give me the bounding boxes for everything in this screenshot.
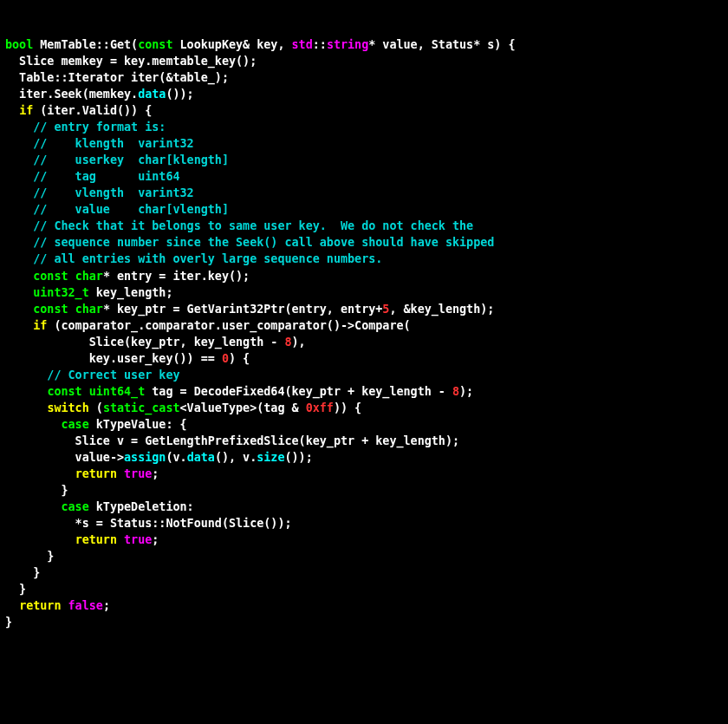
code-comment: // userkey char[klength] xyxy=(5,153,229,166)
code-comment: // sequence number since the Seek() call… xyxy=(5,236,494,249)
code-comment: // klength varint32 xyxy=(5,137,194,150)
code-line: uint32_t key_length; xyxy=(5,286,173,299)
code-line: const uint64_t tag = DecodeFixed64(key_p… xyxy=(5,385,473,398)
code-comment: // tag uint64 xyxy=(5,170,180,183)
code-line: switch (static_cast<ValueType>(tag & 0xf… xyxy=(5,401,361,414)
code-comment: // entry format is: xyxy=(5,121,166,134)
code-line: Slice(key_ptr, key_length - 8), xyxy=(5,336,306,349)
code-line: } xyxy=(5,550,54,563)
code-line: bool MemTable::Get(const LookupKey& key,… xyxy=(5,38,516,51)
code-comment: // vlength varint32 xyxy=(5,186,194,199)
code-comment: // Check that it belongs to same user ke… xyxy=(5,219,473,232)
code-line: const char* key_ptr = GetVarint32Ptr(ent… xyxy=(5,303,494,316)
code-line: const char* entry = iter.key(); xyxy=(5,270,250,283)
code-line: return true; xyxy=(5,467,159,480)
code-line: case kTypeDeletion: xyxy=(5,500,194,513)
code-line: return false; xyxy=(5,599,110,612)
code-line: Slice v = GetLengthPrefixedSlice(key_ptr… xyxy=(5,434,459,447)
code-line: value->assign(v.data(), v.size()); xyxy=(5,451,313,464)
code-comment: // all entries with overly large sequenc… xyxy=(5,252,382,265)
code-line: return true; xyxy=(5,533,159,546)
code-line: key.user_key()) == 0) { xyxy=(5,352,250,365)
code-line: if (iter.Valid()) { xyxy=(5,104,152,117)
code-line: } xyxy=(5,616,12,629)
code-comment: // value char[vlength] xyxy=(5,203,229,216)
code-line: } xyxy=(5,566,40,579)
code-line: case kTypeValue: { xyxy=(5,418,187,431)
code-line: } xyxy=(5,583,26,596)
code-line: Slice memkey = key.memtable_key(); xyxy=(5,55,257,68)
code-line: } xyxy=(5,484,68,497)
code-comment: // Correct user key xyxy=(5,369,180,382)
code-line: Table::Iterator iter(&table_); xyxy=(5,71,229,84)
code-line: iter.Seek(memkey.data()); xyxy=(5,88,194,101)
code-line: *s = Status::NotFound(Slice()); xyxy=(5,517,292,530)
code-line: if (comparator_.comparator.user_comparat… xyxy=(5,319,411,332)
